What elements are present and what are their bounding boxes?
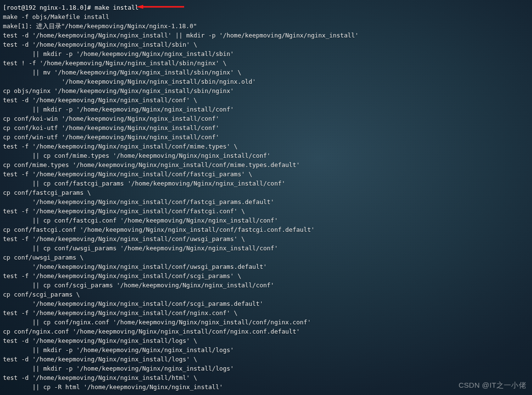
- annotation-arrow-icon: [136, 5, 185, 14]
- terminal-output[interactable]: [root@192 nginx-1.18.0]# make install ma…: [0, 0, 532, 395]
- watermark-text: CSDN @IT之一小佬: [458, 381, 526, 390]
- shell-prompt: [root@192 nginx-1.18.0]#: [3, 4, 95, 11]
- svg-marker-1: [136, 5, 143, 9]
- shell-command: make install: [95, 4, 138, 11]
- command-output-lines: make -f objs/Makefile install make[1]: 进…: [3, 13, 359, 391]
